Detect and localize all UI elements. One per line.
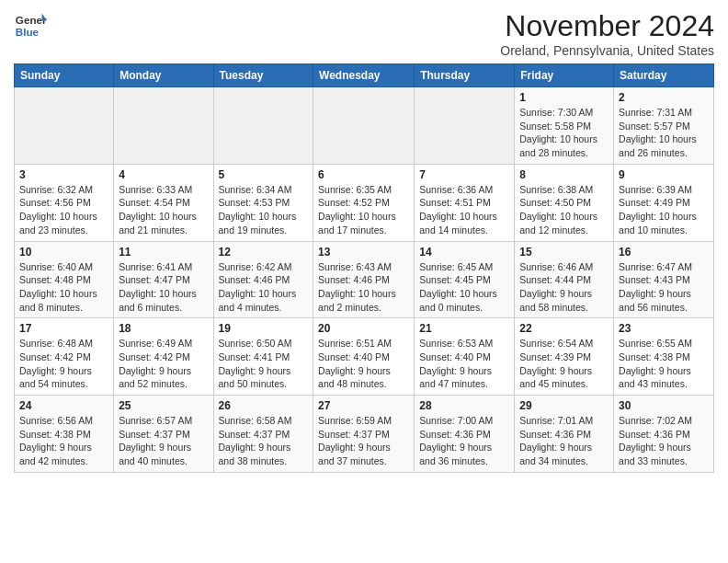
day-number: 24 (19, 399, 108, 412)
day-cell: 29Sunrise: 7:01 AM Sunset: 4:36 PM Dayli… (515, 396, 614, 473)
day-cell: 9Sunrise: 6:39 AM Sunset: 4:49 PM Daylig… (614, 164, 714, 241)
day-cell: 2Sunrise: 7:31 AM Sunset: 5:57 PM Daylig… (614, 87, 714, 165)
day-cell: 12Sunrise: 6:42 AM Sunset: 4:46 PM Dayli… (213, 241, 313, 318)
day-cell: 11Sunrise: 6:41 AM Sunset: 4:47 PM Dayli… (114, 241, 213, 318)
column-header-monday: Monday (114, 64, 213, 87)
day-info: Sunrise: 7:00 AM Sunset: 4:36 PM Dayligh… (419, 414, 509, 468)
header-row: SundayMondayTuesdayWednesdayThursdayFrid… (15, 64, 714, 87)
column-header-friday: Friday (515, 64, 614, 87)
day-cell: 1Sunrise: 7:30 AM Sunset: 5:58 PM Daylig… (515, 87, 614, 165)
day-number: 30 (619, 399, 709, 412)
day-info: Sunrise: 7:01 AM Sunset: 4:36 PM Dayligh… (519, 414, 609, 468)
day-info: Sunrise: 6:56 AM Sunset: 4:38 PM Dayligh… (19, 414, 108, 468)
day-number: 7 (419, 168, 509, 181)
day-info: Sunrise: 6:32 AM Sunset: 4:56 PM Dayligh… (19, 183, 108, 237)
column-header-tuesday: Tuesday (213, 64, 313, 87)
day-cell: 14Sunrise: 6:45 AM Sunset: 4:45 PM Dayli… (415, 241, 515, 318)
day-cell: 13Sunrise: 6:43 AM Sunset: 4:46 PM Dayli… (313, 241, 415, 318)
day-cell (213, 87, 313, 165)
day-number: 17 (19, 322, 108, 335)
day-cell (313, 87, 415, 165)
day-cell: 5Sunrise: 6:34 AM Sunset: 4:53 PM Daylig… (213, 164, 313, 241)
day-number: 15 (519, 246, 609, 259)
day-cell: 23Sunrise: 6:55 AM Sunset: 4:38 PM Dayli… (614, 318, 714, 396)
day-number: 18 (119, 322, 208, 335)
day-cell: 6Sunrise: 6:35 AM Sunset: 4:52 PM Daylig… (313, 164, 415, 241)
day-cell: 27Sunrise: 6:59 AM Sunset: 4:37 PM Dayli… (313, 396, 415, 473)
day-cell: 17Sunrise: 6:48 AM Sunset: 4:42 PM Dayli… (15, 318, 114, 396)
day-cell: 7Sunrise: 6:36 AM Sunset: 4:51 PM Daylig… (415, 164, 515, 241)
day-cell: 15Sunrise: 6:46 AM Sunset: 4:44 PM Dayli… (515, 241, 614, 318)
day-number: 11 (119, 246, 208, 259)
day-number: 13 (318, 246, 409, 259)
week-row-3: 10Sunrise: 6:40 AM Sunset: 4:48 PM Dayli… (15, 241, 714, 318)
day-info: Sunrise: 6:50 AM Sunset: 4:41 PM Dayligh… (219, 337, 309, 391)
day-info: Sunrise: 6:43 AM Sunset: 4:46 PM Dayligh… (318, 260, 409, 315)
day-cell: 21Sunrise: 6:53 AM Sunset: 4:40 PM Dayli… (415, 318, 515, 396)
day-cell: 3Sunrise: 6:32 AM Sunset: 4:56 PM Daylig… (15, 164, 114, 241)
title-area: November 2024 Oreland, Pennsylvania, Uni… (500, 9, 714, 58)
day-info: Sunrise: 6:57 AM Sunset: 4:37 PM Dayligh… (119, 414, 208, 468)
day-number: 1 (519, 91, 609, 104)
day-info: Sunrise: 6:55 AM Sunset: 4:38 PM Dayligh… (619, 337, 709, 391)
week-row-1: 1Sunrise: 7:30 AM Sunset: 5:58 PM Daylig… (15, 87, 714, 165)
header: General Blue November 2024 Oreland, Penn… (14, 9, 714, 58)
logo: General Blue (14, 9, 47, 42)
week-row-5: 24Sunrise: 6:56 AM Sunset: 4:38 PM Dayli… (15, 396, 714, 473)
day-info: Sunrise: 7:30 AM Sunset: 5:58 PM Dayligh… (519, 106, 609, 160)
day-number: 27 (318, 399, 409, 412)
day-info: Sunrise: 6:35 AM Sunset: 4:52 PM Dayligh… (318, 183, 409, 237)
day-cell (415, 87, 515, 165)
day-info: Sunrise: 6:41 AM Sunset: 4:47 PM Dayligh… (119, 260, 208, 315)
day-info: Sunrise: 6:54 AM Sunset: 4:39 PM Dayligh… (519, 337, 609, 391)
day-info: Sunrise: 6:40 AM Sunset: 4:48 PM Dayligh… (19, 260, 108, 315)
day-info: Sunrise: 6:53 AM Sunset: 4:40 PM Dayligh… (419, 337, 509, 391)
day-info: Sunrise: 6:46 AM Sunset: 4:44 PM Dayligh… (519, 260, 609, 315)
day-cell: 26Sunrise: 6:58 AM Sunset: 4:37 PM Dayli… (213, 396, 313, 473)
day-number: 23 (619, 322, 709, 335)
column-header-saturday: Saturday (614, 64, 714, 87)
day-cell: 22Sunrise: 6:54 AM Sunset: 4:39 PM Dayli… (515, 318, 614, 396)
day-info: Sunrise: 7:02 AM Sunset: 4:36 PM Dayligh… (619, 414, 709, 468)
day-cell: 18Sunrise: 6:49 AM Sunset: 4:42 PM Dayli… (114, 318, 213, 396)
day-info: Sunrise: 6:38 AM Sunset: 4:50 PM Dayligh… (519, 183, 609, 237)
day-number: 3 (19, 168, 108, 181)
day-info: Sunrise: 6:48 AM Sunset: 4:42 PM Dayligh… (19, 337, 108, 391)
day-cell: 16Sunrise: 6:47 AM Sunset: 4:43 PM Dayli… (614, 241, 714, 318)
day-cell: 10Sunrise: 6:40 AM Sunset: 4:48 PM Dayli… (15, 241, 114, 318)
day-cell (15, 87, 114, 165)
day-cell: 4Sunrise: 6:33 AM Sunset: 4:54 PM Daylig… (114, 164, 213, 241)
day-cell (114, 87, 213, 165)
day-info: Sunrise: 6:42 AM Sunset: 4:46 PM Dayligh… (219, 260, 309, 315)
day-number: 20 (318, 322, 409, 335)
day-cell: 25Sunrise: 6:57 AM Sunset: 4:37 PM Dayli… (114, 396, 213, 473)
day-number: 14 (419, 246, 509, 259)
day-number: 26 (219, 399, 309, 412)
day-info: Sunrise: 6:49 AM Sunset: 4:42 PM Dayligh… (119, 337, 208, 391)
day-info: Sunrise: 6:45 AM Sunset: 4:45 PM Dayligh… (419, 260, 509, 315)
day-info: Sunrise: 6:36 AM Sunset: 4:51 PM Dayligh… (419, 183, 509, 237)
day-number: 8 (519, 168, 609, 181)
day-number: 4 (119, 168, 208, 181)
day-cell: 19Sunrise: 6:50 AM Sunset: 4:41 PM Dayli… (213, 318, 313, 396)
day-cell: 30Sunrise: 7:02 AM Sunset: 4:36 PM Dayli… (614, 396, 714, 473)
day-number: 21 (419, 322, 509, 335)
day-info: Sunrise: 6:34 AM Sunset: 4:53 PM Dayligh… (219, 183, 309, 237)
day-number: 9 (619, 168, 709, 181)
day-number: 12 (219, 246, 309, 259)
day-cell: 24Sunrise: 6:56 AM Sunset: 4:38 PM Dayli… (15, 396, 114, 473)
month-title: November 2024 (500, 9, 714, 43)
location: Oreland, Pennsylvania, United States (500, 43, 714, 58)
day-number: 22 (519, 322, 609, 335)
column-header-thursday: Thursday (415, 64, 515, 87)
day-number: 16 (619, 246, 709, 259)
day-cell: 8Sunrise: 6:38 AM Sunset: 4:50 PM Daylig… (515, 164, 614, 241)
day-number: 19 (219, 322, 309, 335)
day-info: Sunrise: 6:51 AM Sunset: 4:40 PM Dayligh… (318, 337, 409, 391)
logo-icon: General Blue (14, 9, 47, 42)
day-info: Sunrise: 6:47 AM Sunset: 4:43 PM Dayligh… (619, 260, 709, 315)
calendar-table: SundayMondayTuesdayWednesdayThursdayFrid… (14, 63, 714, 473)
day-info: Sunrise: 6:33 AM Sunset: 4:54 PM Dayligh… (119, 183, 208, 237)
day-number: 28 (419, 399, 509, 412)
day-info: Sunrise: 6:58 AM Sunset: 4:37 PM Dayligh… (219, 414, 309, 468)
